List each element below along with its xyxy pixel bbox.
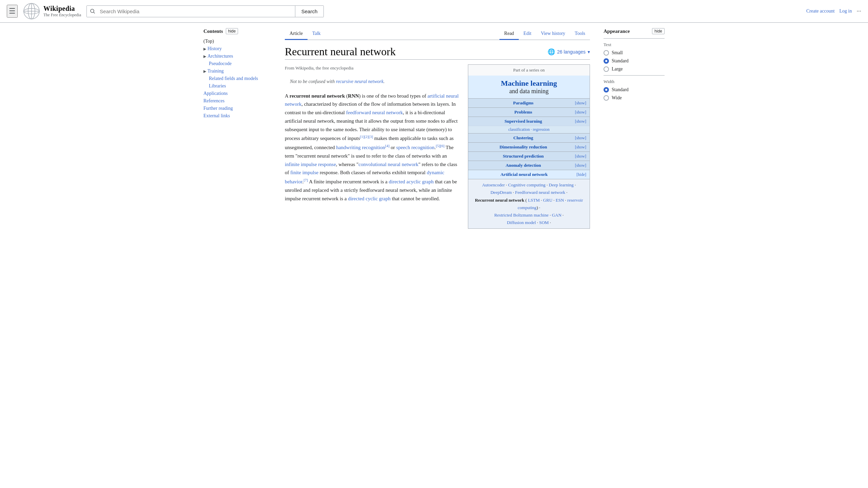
toc-link-top[interactable]: (Top): [203, 39, 214, 44]
toc-item-external-links[interactable]: External links: [203, 112, 271, 120]
infobox-section-structured-prediction: Structured prediction[show]: [468, 151, 590, 161]
toc-link-related-fields[interactable]: Related fields and models: [209, 76, 258, 81]
infobox-title-sub: and data mining: [471, 88, 587, 95]
toc-item-pseudocode[interactable]: Pseudocode: [203, 60, 271, 67]
toc-link-applications[interactable]: Applications: [203, 91, 228, 96]
width-option-standard[interactable]: Standard: [604, 87, 665, 93]
cite-7[interactable]: [7]: [303, 178, 308, 182]
more-options-icon[interactable]: ···: [857, 8, 862, 15]
toc-hide-button[interactable]: hide: [226, 28, 238, 34]
toc-item-applications[interactable]: Applications: [203, 90, 271, 97]
tab-view-history[interactable]: View history: [536, 28, 570, 40]
infobox-feedforward-link[interactable]: Feedforward neural network: [515, 190, 565, 195]
tab-edit[interactable]: Edit: [519, 28, 536, 40]
site-subtitle: The Free Encyclopedia: [43, 13, 81, 18]
toc-link-references[interactable]: References: [203, 98, 224, 103]
infobox-gru-link[interactable]: GRU: [543, 198, 552, 203]
dcg-link[interactable]: directed cyclic graph: [348, 196, 391, 201]
logo-link[interactable]: Wikipedia The Free Encyclopedia: [23, 3, 81, 20]
tab-tools[interactable]: Tools: [570, 28, 590, 40]
tab-read[interactable]: Read: [499, 28, 519, 40]
menu-icon[interactable]: ☰: [7, 5, 18, 18]
tab-right-group: Read Edit View history Tools: [499, 28, 590, 40]
finite-impulse-link[interactable]: finite impulse: [290, 170, 318, 175]
chevron-right-icon[interactable]: ▶: [203, 47, 206, 51]
toc-item-further-reading[interactable]: Further reading: [203, 105, 271, 112]
toc-link-history[interactable]: History: [208, 46, 222, 52]
radio-standard[interactable]: [604, 58, 609, 64]
search-button[interactable]: Search: [295, 6, 324, 17]
infobox-esn-link[interactable]: ESN: [556, 198, 564, 203]
cite-1[interactable]: [1]: [360, 135, 364, 139]
tab-left-group: Article Talk: [285, 28, 499, 40]
text-size-option-large[interactable]: Large: [604, 66, 665, 72]
width-options: StandardWide: [604, 87, 665, 101]
language-selector[interactable]: 🌐 26 languages ▾: [548, 48, 590, 56]
infobox-gan-link[interactable]: GAN: [552, 212, 561, 218]
appearance-hide-button[interactable]: hide: [652, 28, 665, 34]
text-size-option-small[interactable]: Small: [604, 50, 665, 56]
toc-item-related-fields[interactable]: Related fields and models: [203, 75, 271, 82]
toc-item-top[interactable]: (Top): [203, 38, 271, 45]
infobox-sub-supervised-learning: classification · regression: [468, 126, 590, 133]
infobox-lstm-link[interactable]: LSTM: [528, 198, 540, 203]
tab-article[interactable]: Article: [285, 28, 308, 40]
infobox-section-anomaly-detection: Anomaly detection[show]: [468, 161, 590, 170]
toc-link-pseudocode[interactable]: Pseudocode: [209, 61, 232, 66]
infobox-ann-hide-btn[interactable]: [hide]: [576, 172, 586, 177]
toc-item-training[interactable]: ▶Training: [203, 67, 271, 75]
width-option-wide[interactable]: Wide: [604, 95, 665, 101]
text-size-option-standard[interactable]: Standard: [604, 58, 665, 64]
infobox-ann-label[interactable]: Artificial neural network: [472, 172, 576, 177]
infobox-deepdream-link[interactable]: DeepDream: [490, 190, 512, 195]
toc-link-training[interactable]: Training: [208, 68, 224, 74]
appearance-title: Appearance: [604, 28, 630, 34]
toc-link-architectures[interactable]: Architectures: [208, 54, 233, 59]
infinite-impulse-link[interactable]: infinite impulse response: [285, 162, 336, 167]
toc-item-references[interactable]: References: [203, 97, 271, 105]
toc-item-architectures[interactable]: ▶Architectures: [203, 53, 271, 60]
appearance-width-label: Width: [604, 79, 665, 84]
appearance-text-label: Text: [604, 42, 665, 47]
cite-4[interactable]: [4]: [385, 144, 390, 148]
infobox-diffusion-link[interactable]: Diffusion model: [507, 220, 536, 225]
wikipedia-globe-icon: [23, 3, 40, 20]
cnn-link[interactable]: convolutional neural network: [358, 162, 418, 167]
body-wrap: Contents hide (Top)▶History▶Architecture…: [197, 23, 671, 240]
login-link[interactable]: Log in: [840, 8, 852, 14]
infobox-cognitive-link[interactable]: Cognitive computing: [508, 182, 546, 187]
search-form: Search: [86, 5, 324, 17]
infobox-ann-section: Artificial neural network [hide]: [468, 170, 590, 179]
dag-link[interactable]: directed acyclic graph: [389, 179, 434, 184]
radio-large[interactable]: [604, 66, 609, 72]
disambiguation-link[interactable]: recursive neural network: [336, 79, 383, 84]
toc-item-history[interactable]: ▶History: [203, 45, 271, 53]
toc-link-libraries[interactable]: Libraries: [209, 83, 226, 88]
infobox-deeplearning-link[interactable]: Deep learning: [549, 182, 574, 187]
speech-link[interactable]: speech recognition: [396, 145, 435, 150]
lang-count: 26 languages: [557, 49, 586, 55]
infobox-autoencoder-link[interactable]: Autoencoder: [482, 182, 505, 187]
radio-small[interactable]: [604, 50, 609, 56]
toc-link-external-links[interactable]: External links: [203, 113, 230, 118]
create-account-link[interactable]: Create account: [806, 8, 835, 14]
chevron-right-icon[interactable]: ▶: [203, 69, 206, 74]
infobox-sections: Paradigms[show]Problems[show]Supervised …: [468, 98, 590, 170]
toc-sidebar: Contents hide (Top)▶History▶Architecture…: [203, 28, 278, 234]
tab-talk[interactable]: Talk: [308, 28, 326, 40]
cite-2[interactable]: [2]: [364, 135, 369, 139]
chevron-right-icon[interactable]: ▶: [203, 54, 206, 59]
infobox-ann-body: Autoencoder · Cognitive computing · Deep…: [468, 179, 590, 228]
toc-item-libraries[interactable]: Libraries: [203, 82, 271, 90]
cite-3[interactable]: [3]: [369, 135, 373, 139]
radio-width-standard[interactable]: [604, 87, 609, 93]
radio-width-wide[interactable]: [604, 95, 609, 101]
infobox-rbm-link[interactable]: Restricted Boltzmann machine: [494, 212, 549, 218]
infobox-som-link[interactable]: SOM: [539, 220, 549, 225]
toc-link-further-reading[interactable]: Further reading: [203, 106, 233, 111]
search-input[interactable]: [98, 6, 295, 17]
handwriting-link[interactable]: handwriting recognition: [336, 145, 385, 150]
search-icon: [87, 6, 98, 17]
cite-5-6[interactable]: [5][6]: [436, 144, 445, 148]
feedforward-link[interactable]: feedforward neural network: [346, 110, 403, 115]
